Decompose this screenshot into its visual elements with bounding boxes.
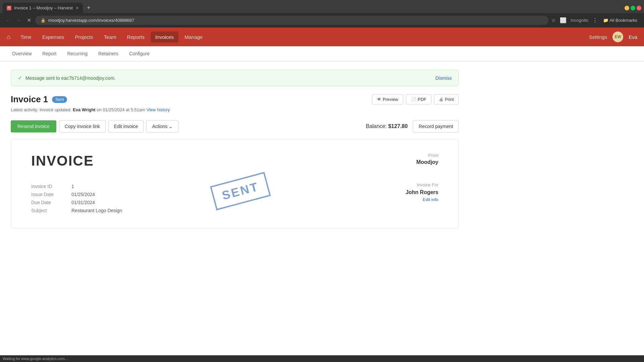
- home-icon[interactable]: ⌂: [7, 34, 10, 41]
- invoice-document: INVOICE From Moodjoy SENT Invoice ID 1: [11, 139, 459, 228]
- invoice-doc-heading: INVOICE: [31, 153, 94, 169]
- actions-dropdown-button[interactable]: Actions ⌄: [146, 120, 178, 132]
- tab-favicon: H: [7, 6, 11, 10]
- invoice-from-section: From Moodjoy: [416, 153, 438, 165]
- field-row-id: Invoice ID 1: [31, 182, 122, 190]
- field-value-due-date: 01/31/2024: [71, 198, 122, 206]
- invoice-fields: Invoice ID 1 Issue Date 01/25/2024 Due D…: [31, 182, 228, 215]
- action-bar: Resend invoice Copy invoice link Edit in…: [11, 120, 459, 132]
- field-row-subject: Subject Restaurant Logo Design: [31, 206, 122, 215]
- invoice-for-name: John Rogers: [241, 189, 438, 195]
- field-row-issue-date: Issue Date 01/25/2024: [31, 190, 122, 198]
- sub-nav-retainers[interactable]: Retainers: [93, 46, 124, 62]
- field-label-subject: Subject: [31, 206, 71, 215]
- invoice-doc-header: INVOICE From Moodjoy: [31, 153, 438, 169]
- extensions-icon[interactable]: ⋮: [592, 17, 598, 23]
- pdf-icon: 📄: [411, 97, 416, 102]
- nav-username[interactable]: Eva: [629, 34, 637, 40]
- activity-label: Latest activity:: [11, 107, 38, 112]
- tab-close-btn[interactable]: ✕: [75, 6, 79, 10]
- nav-item-reports[interactable]: Reports: [122, 32, 149, 43]
- preview-button[interactable]: 👁 Preview: [372, 94, 403, 105]
- balance-display: Balance: $127.80: [366, 123, 408, 129]
- activity-line: Latest activity: Invoice updated. Eva Wr…: [11, 107, 459, 112]
- sub-nav-overview[interactable]: Overview: [7, 46, 37, 62]
- field-row-due-date: Due Date 01/31/2024: [31, 198, 122, 206]
- chevron-down-icon: ⌄: [169, 124, 173, 129]
- print-label: Print: [445, 97, 454, 102]
- window-controls: [625, 6, 641, 10]
- activity-text: Invoice updated.: [40, 107, 71, 112]
- nav-right: Settings EW Eva: [589, 32, 637, 42]
- sub-nav-configure[interactable]: Configure: [124, 46, 155, 62]
- copy-invoice-link-button[interactable]: Copy invoice link: [59, 120, 106, 132]
- settings-link[interactable]: Settings: [589, 34, 607, 40]
- preview-label: Preview: [383, 97, 398, 102]
- sub-nav-report[interactable]: Report: [37, 46, 62, 62]
- invoice-top-actions: 👁 Preview 📄 PDF 🖨 Print: [372, 94, 459, 105]
- bookmarks-label: 📁 All Bookmarks: [600, 18, 640, 23]
- lock-icon: 🔒: [41, 18, 46, 23]
- actions-label: Actions: [152, 124, 167, 129]
- reload-btn[interactable]: ✕: [25, 16, 33, 25]
- browser-tab-active[interactable]: H Invoice 1 – Moodjoy – Harvest ✕: [3, 3, 83, 13]
- url-text: moodjoy.harvestapp.com/invoices/40888687: [48, 18, 543, 23]
- nav-item-projects[interactable]: Projects: [70, 32, 98, 43]
- edit-invoice-button[interactable]: Edit invoice: [108, 120, 144, 132]
- main-content: ✓ Message sent to eac7b714@moodjoy.com. …: [0, 62, 470, 236]
- from-name: Moodjoy: [416, 159, 438, 165]
- nav-item-manage[interactable]: Manage: [180, 32, 207, 43]
- action-bar-left: Resend invoice Copy invoice link Edit in…: [11, 120, 178, 132]
- invoice-title: Invoice 1: [11, 94, 48, 105]
- balance-amount: $127.80: [388, 123, 408, 129]
- incognito-label: Incognito: [571, 18, 588, 23]
- sub-nav-recurring[interactable]: Recurring: [62, 46, 93, 62]
- back-btn[interactable]: ←: [4, 16, 12, 25]
- invoice-header: Invoice 1 Sent 👁 Preview 📄 PDF 🖨 Print: [11, 94, 459, 105]
- preview-icon: 👁: [377, 97, 381, 102]
- invoice-title-area: Invoice 1 Sent: [11, 94, 67, 105]
- browser-actions: ☆ ⬜ Incognito ⋮: [551, 17, 598, 23]
- sub-nav: Overview Report Recurring Retainers Conf…: [0, 46, 644, 62]
- edit-info-link[interactable]: Edit info: [423, 197, 438, 202]
- balance-label: Balance:: [366, 123, 387, 129]
- invoice-for-label: Invoice For: [241, 182, 438, 187]
- nav-item-expenses[interactable]: Expenses: [38, 32, 69, 43]
- activity-user: Eva Wright: [73, 107, 96, 112]
- address-bar[interactable]: 🔒 moodjoy.harvestapp.com/invoices/408886…: [35, 16, 548, 25]
- pdf-button[interactable]: 📄 PDF: [406, 94, 431, 105]
- success-banner: ✓ Message sent to eac7b714@moodjoy.com. …: [11, 70, 459, 86]
- dismiss-link[interactable]: Dismiss: [435, 75, 452, 81]
- sent-badge: Sent: [52, 96, 67, 103]
- nav-item-invoices[interactable]: Invoices: [151, 32, 178, 43]
- nav-item-time[interactable]: Time: [16, 32, 36, 43]
- check-icon: ✓: [18, 75, 22, 81]
- close-btn[interactable]: [637, 6, 641, 10]
- record-payment-button[interactable]: Record payment: [413, 120, 459, 132]
- nav-item-team[interactable]: Team: [99, 32, 121, 43]
- field-label-id: Invoice ID: [31, 182, 71, 190]
- pdf-label: PDF: [418, 97, 426, 102]
- view-history-link[interactable]: View history: [147, 107, 170, 112]
- action-bar-right: Balance: $127.80 Record payment: [366, 120, 459, 132]
- resend-invoice-button[interactable]: Resend invoice: [11, 120, 56, 132]
- browser-controls: ← → ✕ 🔒 moodjoy.harvestapp.com/invoices/…: [0, 13, 644, 27]
- new-tab-btn[interactable]: +: [84, 3, 93, 13]
- field-label-due-date: Due Date: [31, 198, 71, 206]
- browser-tab-bar: H Invoice 1 – Moodjoy – Harvest ✕ +: [0, 0, 644, 13]
- maximize-btn[interactable]: [631, 6, 635, 10]
- field-value-id: 1: [71, 182, 122, 190]
- invoice-fields-table: Invoice ID 1 Issue Date 01/25/2024 Due D…: [31, 182, 122, 215]
- nav-items: Time Expenses Projects Team Reports Invo…: [16, 32, 589, 43]
- invoice-for-section: Invoice For John Rogers Edit info: [241, 182, 438, 215]
- from-label: From: [416, 153, 438, 158]
- print-button[interactable]: 🖨 Print: [434, 94, 459, 105]
- bookmark-icon[interactable]: ☆: [551, 17, 556, 23]
- forward-btn[interactable]: →: [15, 16, 23, 25]
- profile-icon[interactable]: ⬜: [560, 17, 567, 23]
- minimize-btn[interactable]: [625, 6, 629, 10]
- browser-chrome: H Invoice 1 – Moodjoy – Harvest ✕ + ← → …: [0, 0, 644, 27]
- success-message: ✓ Message sent to eac7b714@moodjoy.com.: [18, 75, 115, 81]
- app: ⌂ Time Expenses Projects Team Reports In…: [0, 27, 644, 356]
- avatar: EW: [612, 32, 623, 42]
